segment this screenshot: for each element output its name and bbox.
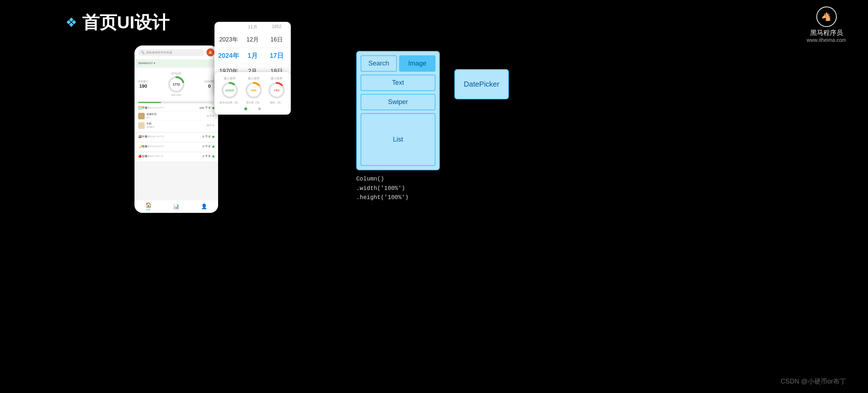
phone-progress-fill bbox=[138, 102, 161, 103]
food-img-milk bbox=[138, 122, 145, 129]
lunch-header: 🍱 午餐 建议392-761千卡 0 千卡 bbox=[138, 135, 214, 139]
nutri-protein-label-top: 摄入推荐 bbox=[245, 76, 263, 80]
profile-icon: 👤 bbox=[201, 203, 207, 209]
phone-breakfast-section: 🌅 早餐 建议423-592千卡 190 千卡 全麦吐司 1片 91千卡 牛奶 … bbox=[134, 104, 218, 132]
title-icon: ❖ bbox=[65, 15, 77, 30]
snack-header: 🍎 加餐 建议00-169千卡 0 千卡 bbox=[138, 154, 214, 158]
phone-date-bar[interactable]: 2024/01/17 ∨ bbox=[134, 60, 218, 67]
brand-url: www.itheima.com bbox=[807, 37, 846, 43]
stats-icon: 📊 bbox=[173, 203, 179, 209]
dinner-desc: 建议423-592千卡 bbox=[148, 145, 164, 148]
nav-profile[interactable]: 👤 bbox=[201, 203, 207, 210]
breakfast-header: 🌅 早餐 建议423-592千卡 190 千卡 bbox=[138, 106, 214, 110]
nutri-fat: 摄入推荐 7/53 脂肪（克） bbox=[268, 76, 286, 104]
home-icon: 🏠 bbox=[145, 202, 152, 208]
nutri-fat-label-bottom: 脂肪（克） bbox=[268, 101, 286, 104]
dp-row0-col3: 16日 bbox=[265, 36, 289, 44]
nutri-carbs: 摄入推荐 23/237 碳水化合物（克） bbox=[220, 76, 240, 104]
nutri-protein-circle: 9/68 bbox=[245, 81, 263, 99]
phone-notif-btn[interactable]: 🔔 bbox=[206, 48, 214, 56]
nutrition-card: 摄入推荐 23/237 碳水化合物（克） 摄入推荐 9/68 蛋白质（克） bbox=[214, 72, 291, 115]
lunch-cal: 0 千卡 bbox=[202, 135, 211, 139]
nutri-protein: 摄入推荐 9/68 蛋白质（克） bbox=[245, 76, 263, 104]
diagram-swiper-box: Swiper bbox=[361, 94, 435, 110]
diagram-text-box: Text bbox=[361, 75, 435, 91]
snack-dot bbox=[212, 155, 214, 158]
food-info-milk: 牛奶 200毫升 bbox=[146, 122, 205, 129]
brand-name: 黑马程序员 bbox=[807, 28, 846, 37]
phone-search-box[interactable]: 🔍 搜索食物营养和热量 bbox=[138, 49, 204, 56]
lunch-label: 午餐 bbox=[142, 135, 148, 139]
nutri-carbs-label-top: 摄入推荐 bbox=[220, 76, 240, 80]
diagram-search-btn[interactable]: Search bbox=[361, 55, 397, 72]
nav-stats[interactable]: 📊 bbox=[173, 203, 179, 210]
main-label: 还可以吃 bbox=[167, 72, 185, 75]
phone-bottom-nav: 🏠 记录 📊 👤 bbox=[134, 200, 218, 213]
nutrition-circles: 摄入推荐 23/237 碳水化合物（克） 摄入推荐 9/68 蛋白质（克） bbox=[217, 76, 288, 104]
donut-chart: 1772 bbox=[167, 75, 185, 94]
lunch-desc: 建议392-761千卡 bbox=[148, 135, 164, 138]
food-img-toast bbox=[138, 113, 145, 119]
nav-home[interactable]: 🏠 记录 bbox=[145, 202, 152, 211]
food-detail-toast: 1片 bbox=[146, 116, 205, 119]
breakfast-icon: 🌅 bbox=[138, 106, 142, 110]
nutri-fat-label-top: 摄入推荐 bbox=[268, 76, 286, 80]
diagram-code: Column() .width('100%') .height('100%') bbox=[356, 175, 440, 203]
dp-row1-col2: 1月 bbox=[241, 51, 265, 60]
diagram-top-row: Search Image bbox=[361, 55, 435, 72]
dp-row1-col3: 17日 bbox=[265, 51, 289, 60]
nutri-carbs-circle: 23/237 bbox=[221, 81, 239, 99]
burn-value: 0 bbox=[204, 83, 214, 89]
lunch-icon: 🍱 bbox=[138, 135, 142, 138]
snack-cal: 0 千卡 bbox=[202, 154, 211, 158]
nutri-carbs-value: 23/237 bbox=[225, 89, 234, 92]
prog-dot-2 bbox=[258, 107, 261, 110]
datepicker-row-1-active[interactable]: 2024年 1月 17日 bbox=[214, 48, 291, 64]
intake-label: 饮食摄入 bbox=[138, 80, 148, 83]
food-item-toast: 全麦吐司 1片 91千卡 bbox=[138, 111, 214, 120]
nutri-protein-label-bottom: 蛋白质（克） bbox=[245, 101, 263, 104]
dinner-icon: 🌙 bbox=[138, 145, 142, 148]
code-line-3: .height('100%') bbox=[356, 193, 440, 203]
brand-logo-circle: 🐴 bbox=[816, 7, 837, 27]
nav-home-label: 记录 bbox=[145, 208, 152, 211]
breakfast-label: 早餐 bbox=[142, 106, 148, 110]
nutri-fat-circle: 7/53 bbox=[268, 81, 286, 99]
search-icon: 🔍 bbox=[141, 51, 145, 54]
food-name-toast: 全麦吐司 bbox=[146, 112, 205, 116]
page-title: 首页UI设计 bbox=[82, 11, 169, 34]
page-title-area: ❖ 首页UI设计 bbox=[65, 11, 169, 34]
dinner-dot bbox=[212, 146, 214, 148]
nutri-carbs-label-bottom: 碳水化合物（克） bbox=[220, 101, 240, 104]
brand-logo: 🐴 黑马程序员 www.itheima.com bbox=[807, 7, 846, 43]
breakfast-cal: 190 千卡 bbox=[199, 106, 211, 110]
main-sub: 目标:1962 bbox=[167, 94, 185, 97]
dp-row1-col1: 2024年 bbox=[217, 51, 241, 60]
phone-search-placeholder: 搜索食物营养和热量 bbox=[146, 51, 172, 55]
phone-search-bar: 🔍 搜索食物营养和热量 🔔 bbox=[134, 45, 218, 60]
burn-label: 运动消耗 bbox=[204, 80, 214, 83]
phone-progress-bar bbox=[138, 102, 214, 103]
food-detail-milk: 200毫升 bbox=[146, 126, 205, 129]
breakfast-desc: 建议423-592千卡 bbox=[148, 106, 164, 110]
datepicker-row-0[interactable]: 2023年 12月 16日 bbox=[214, 32, 291, 48]
food-cal-milk: 99千卡 bbox=[206, 124, 214, 127]
prog-dot-1 bbox=[244, 107, 247, 110]
snack-label: 加餐 bbox=[142, 154, 148, 158]
datepicker-standalone: DatePicker bbox=[454, 69, 509, 99]
dp-row0-col1: 2023年 bbox=[217, 36, 241, 44]
food-name-milk: 牛奶 bbox=[146, 122, 205, 126]
snack-icon: 🍎 bbox=[138, 155, 142, 158]
food-item-milk: 牛奶 200毫升 99千卡 bbox=[138, 120, 214, 130]
dp-header-col2: 11月 bbox=[241, 24, 265, 30]
food-cal-toast: 91千卡 bbox=[206, 114, 214, 118]
code-line-2: .width('100%') bbox=[356, 184, 440, 194]
phone-burn-stat: 运动消耗 0 bbox=[204, 80, 214, 89]
code-line-1: Column() bbox=[356, 175, 440, 184]
phone-date-label: 2024/01/17 ∨ bbox=[138, 61, 156, 65]
diagram-image-btn[interactable]: Image bbox=[399, 55, 435, 72]
phone-main-stat: 还可以吃 1772 目标:1962 bbox=[167, 72, 185, 97]
phone-stats: 饮食摄入 190 还可以吃 1772 目标:1962 运动消耗 0 bbox=[134, 68, 218, 100]
food-info-toast: 全麦吐司 1片 bbox=[146, 112, 205, 119]
snack-desc: 建议00-169千卡 bbox=[148, 155, 163, 158]
